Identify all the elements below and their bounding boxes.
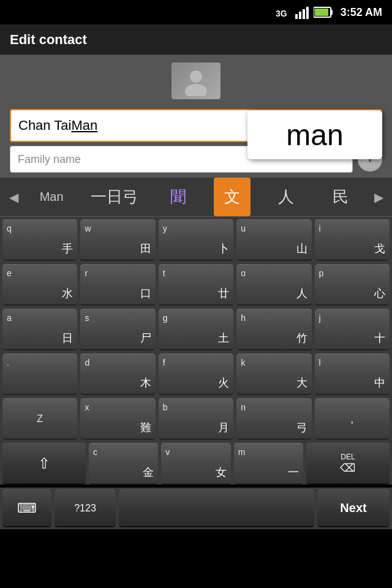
svg-rect-1 (295, 14, 298, 19)
keyboard-toggle-button[interactable]: ⌨ (2, 489, 51, 527)
candidate-ren[interactable]: 人 (268, 178, 304, 216)
key-row-1: q手 w田 y卜 u山 i戈 (2, 219, 390, 261)
key-comma[interactable]: , (315, 398, 390, 440)
candidate-wen1[interactable]: 聞 (160, 178, 197, 216)
key-p[interactable]: p心 (315, 264, 390, 306)
svg-rect-2 (299, 12, 301, 19)
name-input-row: Chan Tai Man man (10, 109, 382, 142)
name-underline: Man (71, 118, 97, 134)
candidate-wen2[interactable]: 文 (214, 178, 251, 216)
numeric-toggle-button[interactable]: ?123 (55, 489, 116, 527)
key-s[interactable]: s尸 (80, 309, 155, 350)
bottom-bar: ⌨ ?123 Next (0, 488, 392, 529)
candidate-bar: ◀ Man 一日弓 聞 文 人 民 ▶ (0, 178, 392, 217)
candidate-yiri[interactable]: 一日弓 (87, 178, 142, 216)
status-bar: 3G 3:52 AM (0, 0, 392, 24)
key-g[interactable]: g土 (159, 309, 233, 350)
key-m[interactable]: m一 (234, 443, 303, 484)
status-icons: 3G (276, 6, 333, 19)
family-name-placeholder: Family name (18, 153, 81, 166)
key-x[interactable]: x難 (80, 398, 155, 440)
svg-rect-4 (306, 7, 309, 19)
svg-rect-7 (315, 9, 328, 16)
status-time: 3:52 AM (341, 6, 382, 19)
key-i[interactable]: i戈 (315, 219, 390, 261)
avatar-icon (181, 66, 211, 96)
edit-contact-header: Edit contact (0, 24, 392, 55)
svg-point-9 (185, 84, 207, 96)
svg-rect-6 (331, 10, 333, 15)
key-d[interactable]: d木 (80, 353, 155, 395)
network-3g-icon: 3G (276, 6, 293, 19)
signal-icon (295, 6, 311, 19)
svg-text:3G: 3G (276, 9, 287, 18)
key-c[interactable]: c金 (89, 443, 158, 484)
delete-key[interactable]: DEL ⌫ (306, 443, 390, 484)
key-k[interactable]: k大 (236, 353, 311, 395)
del-icon: ⌫ (340, 461, 355, 475)
key-o[interactable]: o人 (236, 264, 311, 306)
key-row-5: Z x難 b月 n弓 , (2, 398, 390, 440)
candidate-items: Man 一日弓 聞 文 人 民 (24, 178, 368, 216)
key-r[interactable]: r口 (80, 264, 155, 306)
spacebar[interactable] (119, 489, 314, 527)
key-a[interactable]: a日 (2, 309, 77, 350)
key-w[interactable]: w田 (80, 219, 155, 261)
key-y[interactable]: y卜 (159, 219, 233, 261)
key-f[interactable]: f火 (159, 353, 233, 395)
shift-key[interactable]: ⇧ (2, 443, 86, 484)
candidate-man[interactable]: Man (33, 178, 70, 216)
key-z[interactable]: Z (2, 398, 77, 440)
key-q[interactable]: q手 (2, 219, 77, 261)
page-title: Edit contact (10, 32, 87, 48)
key-l[interactable]: l中 (315, 353, 390, 395)
key-row-2: e水 r口 t廿 o人 p心 (2, 264, 390, 306)
battery-icon (314, 6, 333, 18)
key-n[interactable]: n弓 (236, 398, 311, 440)
name-value: Chan Tai (18, 118, 71, 134)
key-h[interactable]: h竹 (236, 309, 311, 350)
key-t[interactable]: t廿 (159, 264, 233, 306)
key-b[interactable]: b月 (159, 398, 233, 440)
autocomplete-popup[interactable]: man (247, 110, 382, 159)
key-row-3: a日 s尸 g土 h竹 j十 (2, 309, 390, 350)
svg-rect-3 (303, 9, 305, 19)
delete-key-inner: DEL ⌫ (340, 453, 355, 475)
key-v[interactable]: v女 (161, 443, 230, 484)
svg-point-8 (190, 70, 202, 83)
avatar[interactable] (172, 62, 221, 99)
contact-form: Chan Tai Man man Family name ▼ (0, 55, 392, 178)
left-arrow-button[interactable]: ◀ (2, 178, 24, 217)
key-row-4: . d木 f火 k大 l中 (2, 353, 390, 395)
autocomplete-text: man (286, 118, 343, 152)
key-e[interactable]: e水 (2, 264, 77, 306)
next-button[interactable]: Next (317, 489, 390, 527)
key-row-6: ⇧ c金 v女 m一 DEL ⌫ (2, 443, 390, 484)
key-j[interactable]: j十 (315, 309, 390, 350)
del-label: DEL (341, 453, 355, 461)
keyboard: q手 w田 y卜 u山 i戈 e水 r口 t廿 o人 p心 a日 s尸 g土 h… (0, 217, 392, 484)
right-arrow-button[interactable]: ▶ (368, 178, 390, 217)
key-dot[interactable]: . (2, 353, 77, 395)
key-u[interactable]: u山 (236, 219, 311, 261)
candidate-min[interactable]: 民 (322, 178, 359, 216)
